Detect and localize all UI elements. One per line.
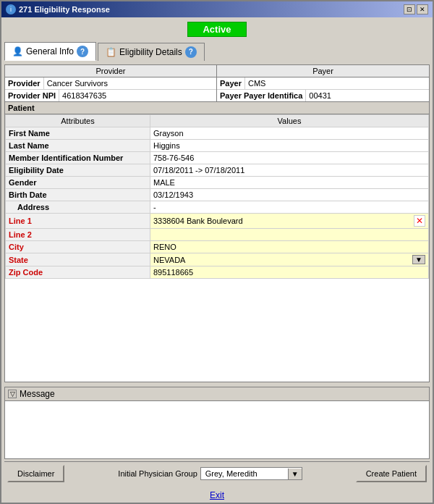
eligibility-details-help-icon[interactable]: ? bbox=[185, 46, 197, 58]
message-toggle[interactable]: ▽ bbox=[8, 390, 17, 398]
patient-row-4: GenderMALE bbox=[6, 177, 429, 189]
state-dropdown-arrow[interactable]: ▼ bbox=[412, 255, 425, 264]
title-bar-left: i 271 Eligibility Response bbox=[6, 4, 110, 14]
window-icon: i bbox=[6, 4, 16, 14]
patient-attr-0: First Name bbox=[6, 127, 150, 140]
payer-row-1: Payer Payer Identifica 00431 bbox=[217, 90, 429, 101]
line1-value-wrapper: 3338604 Bank Boulevard✕ bbox=[153, 215, 425, 227]
patient-row-8: Line 2 bbox=[6, 229, 429, 241]
physician-label: Initial Physician Group bbox=[118, 469, 197, 478]
tab-general-info[interactable]: 👤 General Info ? bbox=[4, 42, 96, 61]
tabs-row: 👤 General Info ? 📋 Eligibility Details ? bbox=[4, 41, 430, 62]
patient-value-2: 758-76-546 bbox=[150, 152, 429, 164]
provider-row-0: Provider Cancer Survivors bbox=[5, 77, 216, 90]
patient-attr-10: State bbox=[6, 253, 150, 266]
state-value: NEVADA bbox=[153, 256, 185, 264]
line1-text: 3338604 Bank Boulevard bbox=[153, 217, 243, 225]
patient-row-2: Member Identification Number758-76-546 bbox=[6, 152, 429, 164]
status-bar: Active bbox=[4, 20, 430, 38]
patient-value-7: 3338604 Bank Boulevard✕ bbox=[150, 214, 429, 229]
patient-value-9: RENO bbox=[150, 241, 429, 253]
patient-attr-11: Zip Code bbox=[6, 266, 150, 279]
provider-value-1: 4618347635 bbox=[59, 90, 216, 101]
payer-col: Payer Payer CMS Payer Payer Identifica 0… bbox=[217, 65, 429, 101]
patient-row-0: First NameGrayson bbox=[6, 127, 429, 140]
physician-value: Grey, Meredith bbox=[201, 468, 288, 479]
physician-select[interactable]: Grey, Meredith ▼ bbox=[200, 467, 302, 480]
patient-row-10: StateNEVADA▼ bbox=[6, 253, 429, 266]
general-info-icon: 👤 bbox=[12, 46, 23, 56]
patient-value-1: Higgins bbox=[150, 140, 429, 152]
patient-value-3: 07/18/2011 -> 07/18/2011 bbox=[150, 164, 429, 177]
disclaimer-button[interactable]: Disclaimer bbox=[7, 465, 64, 482]
provider-value-0: Cancer Survivors bbox=[44, 77, 216, 89]
patient-section-header: Patient bbox=[5, 102, 429, 114]
general-info-help-icon[interactable]: ? bbox=[77, 46, 88, 57]
eligibility-details-label: Eligibility Details bbox=[119, 47, 182, 57]
patient-row-9: CityRENO bbox=[6, 241, 429, 253]
provider-col: Provider Provider Cancer Survivors Provi… bbox=[5, 65, 217, 101]
patient-attr-9: City bbox=[6, 241, 150, 253]
main-window: i 271 Eligibility Response ⊡ ✕ Active 👤 … bbox=[0, 0, 434, 504]
patient-attr-6: Address bbox=[6, 201, 150, 214]
payer-label-1: Payer Payer Identifica bbox=[217, 90, 306, 101]
patient-row-3: Eligibility Date07/18/2011 -> 07/18/2011 bbox=[6, 164, 429, 177]
provider-row-1: Provider NPI 4618347635 bbox=[5, 90, 216, 101]
patient-row-7: Line 13338604 Bank Boulevard✕ bbox=[6, 214, 429, 229]
patient-section: Patient Attributes Values First NameGray… bbox=[5, 102, 429, 382]
patient-value-4: MALE bbox=[150, 177, 429, 189]
patient-attr-4: Gender bbox=[6, 177, 150, 189]
patient-attr-5: Birth Date bbox=[6, 189, 150, 201]
physician-group: Initial Physician Group Grey, Meredith ▼ bbox=[118, 467, 302, 480]
patient-value-8 bbox=[150, 229, 429, 241]
payer-value-1: 00431 bbox=[306, 90, 429, 101]
window-body: Active 👤 General Info ? 📋 Eligibility De… bbox=[1, 17, 433, 488]
patient-value-5: 03/12/1943 bbox=[150, 189, 429, 201]
restore-button[interactable]: ⊡ bbox=[404, 4, 415, 14]
message-body bbox=[5, 401, 429, 458]
provider-label-0: Provider bbox=[5, 77, 44, 89]
payer-header: Payer bbox=[217, 65, 429, 77]
col-values: Values bbox=[150, 115, 429, 127]
patient-attr-1: Last Name bbox=[6, 140, 150, 152]
eligibility-details-icon: 📋 bbox=[106, 47, 116, 57]
patient-attr-2: Member Identification Number bbox=[6, 152, 150, 164]
patient-row-5: Birth Date03/12/1943 bbox=[6, 189, 429, 201]
patient-row-6: Address- bbox=[6, 201, 429, 214]
provider-label-1: Provider NPI bbox=[5, 90, 59, 101]
payer-label-0: Payer bbox=[217, 77, 245, 89]
create-patient-button[interactable]: Create Patient bbox=[356, 465, 427, 482]
provider-payer-section: Provider Provider Cancer Survivors Provi… bbox=[5, 65, 429, 102]
patient-value-0: Grayson bbox=[150, 127, 429, 140]
title-bar-buttons: ⊡ ✕ bbox=[404, 4, 428, 14]
message-header: ▽ Message bbox=[5, 387, 429, 401]
content-area: Provider Provider Cancer Survivors Provi… bbox=[4, 64, 430, 382]
col-attributes: Attributes bbox=[6, 115, 150, 127]
patient-value-10: NEVADA▼ bbox=[150, 253, 429, 266]
message-section: ▽ Message bbox=[4, 387, 430, 459]
footer-bar: Disclaimer Initial Physician Group Grey,… bbox=[4, 461, 430, 485]
line1-delete-button[interactable]: ✕ bbox=[414, 215, 425, 227]
payer-value-0: CMS bbox=[245, 77, 429, 89]
patient-value-11: 895118665 bbox=[150, 266, 429, 279]
provider-header: Provider bbox=[5, 65, 216, 77]
close-button[interactable]: ✕ bbox=[417, 4, 428, 14]
active-badge: Active bbox=[187, 22, 246, 37]
window-title: 271 Eligibility Response bbox=[19, 5, 110, 14]
exit-link[interactable]: Exit bbox=[210, 490, 224, 500]
patient-row-11: Zip Code895118665 bbox=[6, 266, 429, 279]
payer-row-0: Payer CMS bbox=[217, 77, 429, 90]
exit-bar: Exit bbox=[1, 488, 433, 503]
patient-row-1: Last NameHiggins bbox=[6, 140, 429, 152]
message-label: Message bbox=[20, 389, 55, 399]
patient-table: Attributes Values First NameGraysonLast … bbox=[5, 114, 429, 279]
patient-attr-7: Line 1 bbox=[6, 214, 150, 229]
state-dropdown-cell: NEVADA▼ bbox=[153, 255, 425, 264]
patient-attr-8: Line 2 bbox=[6, 229, 150, 241]
tab-eligibility-details[interactable]: 📋 Eligibility Details ? bbox=[98, 43, 205, 61]
patient-attr-3: Eligibility Date bbox=[6, 164, 150, 177]
patient-value-6: - bbox=[150, 201, 429, 214]
title-bar: i 271 Eligibility Response ⊡ ✕ bbox=[1, 1, 433, 17]
general-info-label: General Info bbox=[26, 46, 74, 56]
physician-dropdown-arrow[interactable]: ▼ bbox=[288, 469, 302, 479]
